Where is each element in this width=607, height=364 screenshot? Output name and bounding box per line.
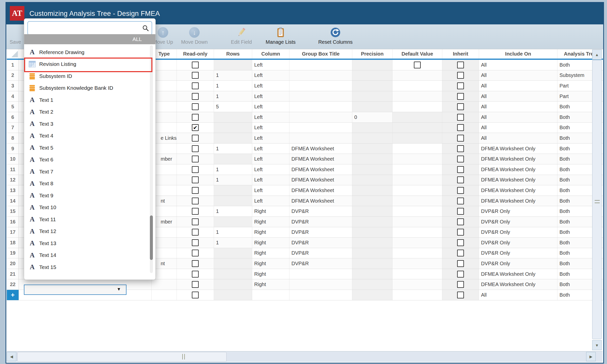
dropdown-item[interactable]: AText 2 — [24, 106, 155, 118]
cell-precision[interactable] — [352, 238, 393, 248]
cell-include-on[interactable]: DVP&R Only — [479, 248, 557, 258]
cell-default-value[interactable] — [393, 164, 442, 175]
cell-readonly[interactable] — [177, 227, 214, 238]
row-number[interactable]: 8 — [7, 133, 19, 143]
dropdown-item[interactable]: AText 1 — [24, 94, 155, 106]
inherit-checkbox[interactable] — [457, 72, 464, 79]
cell-readonly[interactable] — [177, 123, 214, 133]
inherit-checkbox[interactable] — [457, 62, 464, 68]
dropdown-item[interactable]: AText 4 — [24, 130, 155, 142]
readonly-checkbox[interactable] — [192, 250, 199, 256]
cell-include-on[interactable]: All — [479, 60, 557, 70]
cell-column[interactable]: Left — [252, 154, 289, 164]
cell-inherit[interactable] — [442, 217, 479, 227]
inherit-checkbox[interactable] — [457, 281, 464, 288]
new-field-combobox[interactable]: ▼ — [24, 285, 126, 295]
row-number[interactable]: 11 — [7, 164, 19, 175]
inherit-checkbox[interactable] — [457, 103, 464, 110]
cell-group-box-title[interactable]: DFMEA Worksheet — [289, 175, 352, 185]
cell-rows[interactable] — [214, 196, 252, 206]
readonly-checkbox[interactable] — [192, 114, 199, 121]
dropdown-item-highlighted[interactable]: Revision Listing — [24, 58, 155, 70]
cell-column[interactable]: Left — [252, 144, 289, 154]
cell-readonly[interactable] — [177, 217, 214, 227]
inherit-checkbox[interactable] — [457, 166, 464, 173]
horizontal-scrollbar-thumb[interactable] — [17, 352, 227, 362]
cell-readonly[interactable] — [177, 112, 214, 122]
dropdown-item[interactable]: AText 5 — [24, 142, 155, 154]
cell-default-value[interactable] — [393, 196, 442, 206]
col-header-include[interactable]: Include On — [479, 49, 557, 59]
dropdown-item[interactable]: AText 9 — [24, 190, 155, 202]
readonly-checkbox[interactable] — [192, 103, 199, 110]
cell-inherit[interactable] — [442, 123, 479, 133]
cell-group-box-title[interactable]: DFMEA Worksheet — [289, 154, 352, 164]
dropdown-item[interactable]: Subsystem Knowledge Bank ID — [24, 82, 155, 94]
dropdown-item[interactable]: AText 10 — [24, 202, 155, 214]
cell-readonly[interactable] — [177, 102, 214, 112]
cell-include-on[interactable]: All — [479, 290, 557, 300]
scroll-up-button[interactable]: ▲ — [592, 50, 602, 60]
inherit-checkbox[interactable] — [457, 198, 464, 204]
cell-column[interactable]: Right — [252, 248, 289, 258]
cell-include-on[interactable]: DFMEA Worksheet Only — [479, 175, 557, 185]
cell-inherit[interactable] — [442, 269, 479, 279]
cell-inherit[interactable] — [442, 102, 479, 112]
col-header-group[interactable]: Group Box Title — [289, 49, 352, 59]
cell-include-on[interactable]: All — [479, 70, 557, 81]
readonly-checkbox[interactable] — [192, 82, 199, 89]
cell-default-value[interactable] — [393, 175, 442, 185]
cell-group-box-title[interactable] — [289, 133, 352, 143]
cell-readonly[interactable] — [177, 175, 214, 185]
cell-column[interactable]: Right — [252, 258, 289, 269]
cell-column[interactable]: Left — [252, 133, 289, 143]
cell-column[interactable]: Left — [252, 175, 289, 185]
cell-group-box-title[interactable]: DFMEA Worksheet — [289, 144, 352, 154]
cell-readonly[interactable] — [177, 258, 214, 269]
vertical-scrollbar-track[interactable] — [592, 60, 602, 339]
col-header-inherit[interactable]: Inherit — [442, 49, 479, 59]
readonly-checkbox[interactable] — [192, 145, 199, 152]
cell-rows[interactable] — [214, 154, 252, 164]
cell-precision[interactable] — [352, 133, 393, 143]
inherit-checkbox[interactable] — [457, 218, 464, 225]
cell-default-value[interactable] — [393, 133, 442, 143]
inherit-checkbox[interactable] — [457, 114, 464, 121]
cell-default-value[interactable] — [393, 238, 442, 248]
inherit-checkbox[interactable] — [457, 271, 464, 278]
cell-group-box-title[interactable] — [289, 70, 352, 81]
cell-group-box-title[interactable]: DVP&R — [289, 238, 352, 248]
cell-default-value[interactable] — [393, 185, 442, 196]
row-number[interactable]: 14 — [7, 196, 19, 206]
cell-rows[interactable] — [214, 290, 252, 300]
dropdown-item[interactable]: AText 12 — [24, 225, 155, 238]
cell-default-value[interactable] — [393, 81, 442, 91]
readonly-checkbox[interactable] — [192, 281, 199, 288]
cell-group-box-title[interactable] — [289, 102, 352, 112]
col-header-default_value[interactable]: Default Value — [393, 49, 442, 59]
cell-default-value[interactable] — [393, 144, 442, 154]
cell-precision[interactable] — [352, 227, 393, 238]
default-value-checkbox[interactable] — [414, 62, 421, 68]
cell-inherit[interactable] — [442, 248, 479, 258]
cell-precision[interactable] — [352, 70, 393, 81]
cell-group-box-title[interactable]: DVP&R — [289, 248, 352, 258]
cell-readonly[interactable] — [177, 248, 214, 258]
cell-inherit[interactable] — [442, 185, 479, 196]
cell-column[interactable]: Right — [252, 227, 289, 238]
cell-rows[interactable]: 1 — [214, 227, 252, 238]
cell-group-box-title[interactable]: DVP&R — [289, 217, 352, 227]
inherit-checkbox[interactable] — [457, 187, 464, 194]
cell-default-value[interactable] — [393, 269, 442, 279]
cell-column[interactable]: Right — [252, 269, 289, 279]
readonly-checkbox[interactable] — [192, 239, 199, 246]
cell-column[interactable]: Left — [252, 112, 289, 122]
cell-default-value[interactable] — [393, 154, 442, 164]
cell-include-on[interactable]: DVP&R Only — [479, 238, 557, 248]
cell-precision[interactable]: 0 — [352, 112, 393, 122]
cell-default-value[interactable] — [393, 217, 442, 227]
cell-include-on[interactable]: All — [479, 81, 557, 91]
cell-readonly[interactable] — [177, 154, 214, 164]
cell-group-box-title[interactable]: DFMEA Worksheet — [289, 196, 352, 206]
inherit-checkbox[interactable] — [457, 124, 464, 131]
